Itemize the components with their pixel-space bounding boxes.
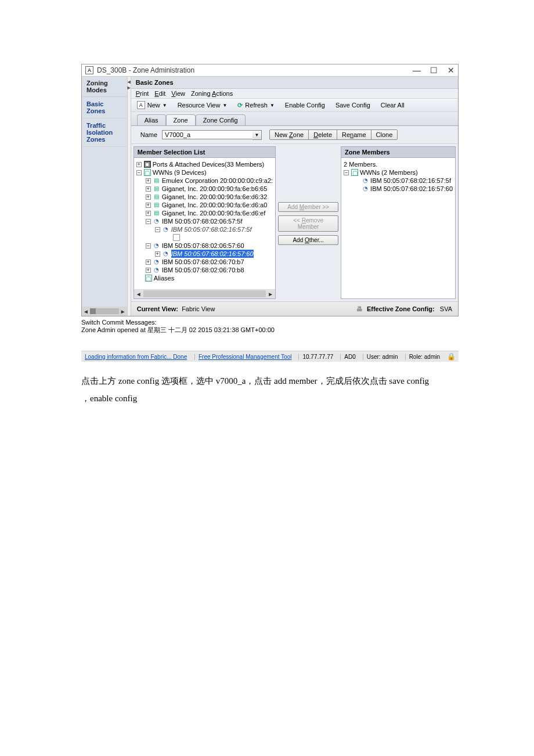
status-loading: Loading information from Fabric... Done [85, 354, 187, 360]
caret-down-icon: ▼ [270, 103, 275, 108]
tree-row: ◔IBM 50:05:07:68:02:16:57:5f [344, 177, 453, 185]
status-ip: 10.77.77.77 [298, 354, 337, 360]
commit-messages: Switch Commit Messages: Zone Admin opene… [81, 316, 459, 338]
sidebar-item-basic-zones[interactable]: Basic Zones [82, 97, 127, 118]
new-button[interactable]: A New ▼ [137, 101, 167, 109]
expand-icon[interactable]: + [146, 211, 151, 216]
maximize-button[interactable]: ☐ [430, 66, 437, 75]
expand-icon[interactable]: + [146, 186, 151, 192]
zone-admin-window: A DS_300B - Zone Administration — ☐ ✕ Zo… [81, 64, 459, 316]
sidebar-title: Zoning Modes [82, 77, 127, 97]
tabbar: Alias Zone Zone Config [131, 112, 458, 126]
disk-icon: ◔ [153, 218, 160, 225]
status-role: Role: admin [405, 354, 443, 360]
tree-row: +▤Giganet, Inc. 20:00:00:90:fa:6e:d6:a0 [136, 201, 273, 209]
close-button[interactable]: ✕ [448, 66, 454, 75]
tab-alias[interactable]: Alias [137, 114, 166, 125]
member-selection-tree[interactable]: +▣Ports & Attached Devices(33 Members) −… [134, 157, 276, 299]
menu-edit[interactable]: Edit [154, 90, 165, 97]
zone-members-tree[interactable]: 2 Members. −▢WWNs (2 Members) ◔IBM 50:05… [341, 157, 456, 299]
caret-down-icon: ▼ [163, 103, 167, 108]
menu-view[interactable]: View [171, 90, 185, 97]
commit-header: Switch Commit Messages: [81, 319, 459, 326]
minimize-button[interactable]: — [413, 66, 420, 75]
menubar: Print Edit View Zoning Actions [131, 89, 458, 99]
tree-row [136, 233, 273, 242]
member-selection-title: Member Selection List [134, 146, 276, 157]
save-config-button[interactable]: Save Config [335, 102, 370, 109]
enable-config-button[interactable]: Enable Config [285, 102, 325, 109]
new-zone-button[interactable]: New Zone [269, 129, 309, 140]
tree-row: +◔IBM 50:05:07:68:02:06:70:b7 [136, 258, 273, 266]
disk-icon: ◔ [362, 177, 369, 184]
effective-config-label: Effective Zone Config: [367, 305, 435, 312]
expand-icon[interactable]: + [146, 178, 151, 183]
collapse-icon[interactable]: − [146, 219, 151, 224]
name-label: Name [140, 131, 157, 138]
expand-icon[interactable]: + [146, 260, 151, 265]
wwn-icon: ▢ [144, 169, 151, 176]
printer-icon[interactable]: 🖶 [356, 305, 363, 312]
expand-icon[interactable]: + [155, 251, 160, 257]
scroll-right-icon[interactable]: ► [266, 291, 275, 297]
tree-scrollbar[interactable]: ◄ ► [134, 289, 275, 298]
sidebar-scrollbar[interactable]: ◄ ► [82, 307, 127, 316]
zone-name-input[interactable] [162, 130, 255, 139]
add-member-button[interactable]: Add Member >> [278, 202, 338, 212]
tree-row: +▣Ports & Attached Devices(33 Members) [136, 160, 273, 168]
wwn-icon: ▢ [351, 169, 358, 176]
toolbar: A New ▼ Resource View ▼ ⟳ Refresh ▼ Enab… [131, 99, 458, 112]
instruction-line-1: 点击上方 zone config 选项框，选中 v7000_a，点击 add m… [81, 372, 459, 390]
menu-print[interactable]: Print [136, 90, 149, 97]
expand-icon[interactable]: + [136, 162, 142, 167]
app-icon: A [85, 66, 93, 74]
effective-config-value: SVA [440, 305, 452, 312]
collapse-icon[interactable]: − [146, 243, 151, 249]
delete-button[interactable]: Delete [308, 129, 337, 140]
tree-row: −▢WWNs (9 Devices) [136, 168, 273, 177]
caret-down-icon: ▼ [222, 103, 227, 108]
status-bar: Loading information from Fabric... Done … [81, 351, 459, 362]
rename-button[interactable]: Rename [337, 129, 371, 140]
lists-row: Member Selection List +▣Ports & Attached… [131, 144, 458, 301]
scroll-right-icon[interactable]: ► [120, 308, 126, 315]
collapse-icon[interactable]: − [155, 227, 160, 232]
tree-row: +▤Giganet, Inc. 20:00:00:90:fa:6e:b6:65 [136, 185, 273, 193]
port-icon: ▣ [144, 161, 151, 168]
chip-icon: ▤ [153, 185, 160, 192]
chip-icon: ▤ [153, 210, 160, 217]
resource-view-button[interactable]: Resource View ▼ [178, 102, 228, 109]
disk-icon: ◔ [163, 250, 169, 257]
refresh-button[interactable]: ⟳ Refresh ▼ [237, 102, 274, 109]
menu-zoning-actions[interactable]: Zoning Actions [191, 90, 233, 97]
expand-icon[interactable]: + [146, 268, 151, 273]
transfer-buttons: Add Member >> << Remove Member Add Other… [278, 144, 338, 301]
instruction-line-2: ，enable config [81, 390, 459, 407]
collapse-icon[interactable]: − [344, 170, 349, 175]
new-icon: A [137, 101, 145, 109]
collapse-icon[interactable]: − [136, 170, 142, 175]
tab-zone-config[interactable]: Zone Config [196, 114, 246, 125]
status-mgmt-link[interactable]: Free Professional Management Tool [194, 354, 295, 360]
refresh-icon: ⟳ [237, 102, 243, 109]
window-title: DS_300B - Zone Administration [97, 66, 194, 74]
titlebar: A DS_300B - Zone Administration — ☐ ✕ [82, 64, 458, 76]
clear-all-button[interactable]: Clear All [381, 102, 405, 109]
scroll-left-icon[interactable]: ◄ [134, 291, 143, 297]
expand-icon[interactable]: + [146, 195, 151, 200]
sidebar-item-traffic-isolation[interactable]: Traffic Isolation Zones [82, 118, 127, 147]
expand-icon[interactable]: + [146, 203, 151, 208]
tree-row: ◔IBM 50:05:07:68:02:16:57:60 [344, 185, 453, 193]
zone-name-dropdown[interactable]: ▼ [252, 130, 262, 140]
panel-footer: Current View: Fabric View 🖶 Effective Zo… [131, 301, 458, 316]
status-ad: AD0 [340, 354, 359, 360]
members-summary: 2 Members. [344, 160, 453, 168]
clone-button[interactable]: Clone [371, 129, 398, 140]
chip-icon: ▤ [153, 177, 160, 184]
tab-zone[interactable]: Zone [166, 114, 196, 125]
scroll-left-icon[interactable]: ◄ [83, 308, 89, 315]
add-other-button[interactable]: Add Other... [278, 235, 338, 245]
tree-row: −◔IBM 50:05:07:68:02:16:57:5f [136, 225, 273, 233]
zone-members-panel: Zone Members 2 Members. −▢WWNs (2 Member… [338, 144, 458, 301]
remove-member-button[interactable]: << Remove Member [278, 215, 338, 232]
